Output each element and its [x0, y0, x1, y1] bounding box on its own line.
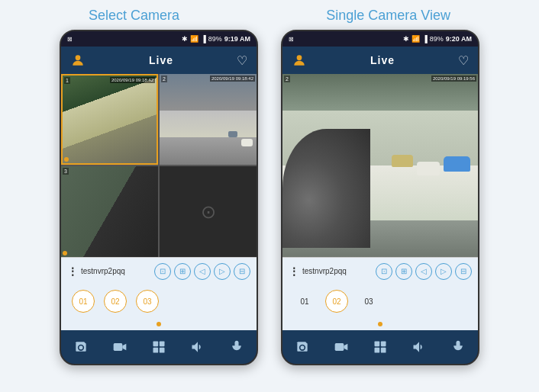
left-nav-camera[interactable]	[73, 339, 89, 355]
right-device-name: testnvrp2pqq	[302, 267, 373, 275]
right-bluetooth-icon: ✱	[403, 35, 409, 43]
svg-rect-12	[381, 348, 386, 353]
left-cell-4-icon: ⊙	[201, 201, 216, 223]
left-dot-row	[61, 318, 257, 330]
left-ctrl-layout[interactable]: ⊟	[234, 263, 250, 280]
left-cam-cell-2[interactable]: 2 2020/09/19 09:18:42	[160, 74, 257, 165]
right-ctrl-screen[interactable]: ⊡	[376, 263, 392, 280]
left-ctrl-screen[interactable]: ⊡	[154, 263, 171, 280]
right-bottom-nav	[282, 330, 478, 364]
right-battery: 89%	[430, 35, 444, 43]
right-signal-icon: ▐	[422, 35, 427, 43]
left-bottom-nav	[61, 330, 257, 364]
left-wifi-icon: 📶	[190, 35, 198, 43]
left-nfc-icon: ⊠	[67, 36, 73, 43]
right-time: 9:20 AM	[446, 35, 472, 43]
left-status-right: ✱ 📶 ▐ 89% 9:19 AM	[182, 35, 250, 43]
right-status-bar: ⊠ ✱ 📶 ▐ 89% 9:20 AM	[282, 31, 478, 47]
right-wifi-icon: 📶	[412, 35, 420, 43]
right-three-dots[interactable]: ⋮	[289, 265, 299, 278]
svg-rect-11	[374, 348, 379, 353]
svg-rect-8	[334, 343, 344, 351]
right-nav-mic[interactable]	[450, 339, 466, 355]
right-single-label: 2	[284, 76, 290, 82]
right-live-title: Live	[370, 54, 395, 66]
left-cam-badge-03[interactable]: 03	[136, 290, 159, 313]
left-cam-cell-1[interactable]: 1 2020/09/19 09:18:42	[61, 74, 158, 165]
left-nav-video[interactable]	[112, 339, 127, 355]
right-car-2	[417, 162, 440, 175]
right-timestamp: 2020/09/19 09:19:56	[431, 76, 476, 82]
left-selector-row: 01 02 03	[61, 284, 257, 318]
right-panel-title: Single Camera View	[326, 8, 450, 24]
right-ctrl-next[interactable]: ▷	[435, 263, 452, 280]
left-time: 9:19 AM	[224, 35, 250, 43]
left-cell-1-dot	[64, 157, 69, 162]
svg-rect-2	[153, 342, 158, 347]
left-phone: ⊠ ✱ 📶 ▐ 89% 9:19 AM Live ♡	[60, 30, 258, 365]
right-nav-grid[interactable]	[373, 339, 388, 355]
left-cell-1-timestamp: 2020/09/19 09:18:42	[110, 77, 155, 83]
right-camera-area: 2 2020/09/19 09:19:56	[282, 74, 478, 257]
left-cam-cell-4[interactable]: ⊙	[160, 166, 257, 257]
right-ctrl-grid[interactable]: ⊞	[395, 263, 412, 280]
right-nav-video[interactable]	[334, 339, 349, 355]
svg-rect-9	[374, 342, 379, 347]
left-cell-2-label: 2	[161, 76, 167, 82]
right-camera-single[interactable]: 2 2020/09/19 09:19:56	[282, 74, 478, 257]
right-cam-badge-02[interactable]: 02	[325, 290, 348, 313]
left-dot-indicator	[157, 322, 161, 326]
right-phone: ⊠ ✱ 📶 ▐ 89% 9:20 AM Live ♡	[281, 30, 479, 365]
left-camera-area: 1 2020/09/19 09:18:42 2 2020/09/19 09:18…	[61, 74, 257, 257]
left-ctrl-next[interactable]: ▷	[214, 263, 231, 280]
left-battery: 89%	[208, 35, 222, 43]
left-mini-car-2	[228, 131, 237, 137]
left-cam-badge-01[interactable]: 01	[72, 290, 95, 313]
right-car-3	[392, 155, 413, 167]
right-car-1	[444, 156, 470, 172]
left-cell-3-dot	[63, 251, 67, 255]
right-dot-row	[282, 318, 478, 330]
left-bluetooth-icon: ✱	[182, 35, 188, 43]
svg-rect-10	[381, 342, 386, 347]
right-nav-speaker[interactable]	[412, 339, 427, 355]
right-heart-icon[interactable]: ♡	[458, 53, 469, 68]
svg-rect-4	[153, 348, 158, 353]
right-ctrl-layout[interactable]: ⊟	[455, 263, 472, 280]
left-cell-1-label: 1	[64, 77, 70, 84]
left-heart-icon[interactable]: ♡	[237, 53, 247, 68]
left-top-bar: Live ♡	[61, 47, 257, 74]
left-cell-3-label: 3	[63, 168, 69, 175]
right-selector-row: 01 02 03	[282, 284, 478, 318]
left-cam-cell-3[interactable]: 3	[61, 166, 158, 257]
left-three-dots[interactable]: ⋮	[67, 265, 78, 278]
svg-point-0	[76, 55, 81, 60]
right-top-bar: Live ♡	[282, 47, 478, 74]
svg-rect-1	[113, 343, 122, 351]
left-device-name: testnvrp2pqq	[81, 267, 151, 275]
left-status-bar: ⊠ ✱ 📶 ▐ 89% 9:19 AM	[61, 31, 257, 47]
right-dot-indicator	[378, 322, 382, 326]
left-nav-speaker[interactable]	[190, 339, 205, 355]
svg-point-7	[297, 55, 302, 60]
right-control-bar: ⋮ testnvrp2pqq ⊡ ⊞ ◁ ▷ ⊟	[282, 257, 478, 284]
right-ctrl-prev[interactable]: ◁	[415, 263, 432, 280]
left-mini-car-1	[241, 139, 253, 146]
right-nav-camera[interactable]	[295, 339, 310, 355]
right-user-icon[interactable]	[292, 53, 307, 68]
right-status-right: ✱ 📶 ▐ 89% 9:20 AM	[403, 35, 472, 43]
left-camera-grid: 1 2020/09/19 09:18:42 2 2020/09/19 09:18…	[61, 74, 257, 257]
right-cam-plain-03[interactable]: 03	[357, 290, 380, 313]
left-cell-2-timestamp: 2020/09/19 09:18:42	[210, 76, 255, 82]
svg-rect-5	[160, 348, 165, 353]
left-nav-mic[interactable]	[229, 339, 244, 355]
left-user-icon[interactable]	[70, 53, 86, 68]
right-nfc-icon: ⊠	[289, 36, 294, 43]
left-nav-grid[interactable]	[151, 339, 166, 355]
left-panel-title: Select Camera	[89, 8, 179, 24]
left-ctrl-prev[interactable]: ◁	[194, 263, 211, 280]
left-signal-icon: ▐	[201, 35, 205, 43]
left-cam-badge-02[interactable]: 02	[104, 290, 127, 313]
right-cam-plain-01[interactable]: 01	[293, 290, 316, 313]
left-ctrl-grid[interactable]: ⊞	[174, 263, 191, 280]
